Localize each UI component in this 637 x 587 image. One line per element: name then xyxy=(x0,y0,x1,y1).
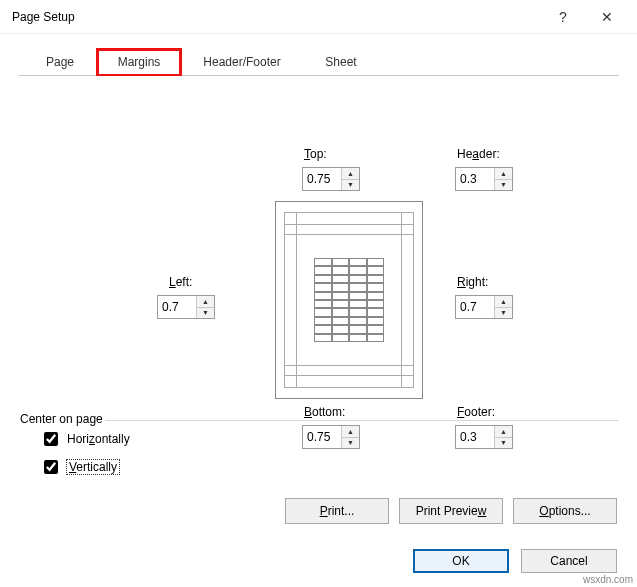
spinner-left[interactable]: ▲▼ xyxy=(157,295,215,319)
input-top[interactable] xyxy=(303,168,341,190)
checkbox-horizontally-input[interactable] xyxy=(44,432,58,446)
tab-sheet[interactable]: Sheet xyxy=(302,48,380,76)
label-right: Right: xyxy=(457,275,488,289)
spinner-left-up[interactable]: ▲ xyxy=(197,296,214,307)
center-on-page-label: Center on page xyxy=(18,412,105,426)
checkbox-horizontally-label: Horizontally xyxy=(67,432,130,446)
input-left[interactable] xyxy=(158,296,196,318)
input-right[interactable] xyxy=(456,296,494,318)
tab-margins[interactable]: Margins xyxy=(96,48,182,76)
tab-header-footer[interactable]: Header/Footer xyxy=(182,48,302,76)
spinner-right-up[interactable]: ▲ xyxy=(495,296,512,307)
spinner-right[interactable]: ▲▼ xyxy=(455,295,513,319)
label-bottom: Bottom: xyxy=(304,405,345,419)
label-top: Top: xyxy=(304,147,327,161)
dialog-footer: OK Cancel xyxy=(413,549,617,573)
label-header: Header: xyxy=(457,147,500,161)
spinner-left-down[interactable]: ▼ xyxy=(197,307,214,319)
checkbox-vertically-input[interactable] xyxy=(44,460,58,474)
ok-button[interactable]: OK xyxy=(413,549,509,573)
center-on-page-group: Center on page Horizontally Vertically xyxy=(18,420,619,480)
watermark: wsxdn.com xyxy=(583,574,633,585)
print-button[interactable]: Print... xyxy=(285,498,389,524)
label-footer: Footer: xyxy=(457,405,495,419)
checkbox-vertically[interactable]: Vertically xyxy=(40,457,619,477)
checkbox-horizontally[interactable]: Horizontally xyxy=(40,429,619,449)
close-button[interactable]: ✕ xyxy=(585,2,629,32)
input-header[interactable] xyxy=(456,168,494,190)
cancel-button[interactable]: Cancel xyxy=(521,549,617,573)
spinner-top[interactable]: ▲▼ xyxy=(302,167,360,191)
spinner-right-down[interactable]: ▼ xyxy=(495,307,512,319)
spinner-top-down[interactable]: ▼ xyxy=(342,179,359,191)
titlebar: Page Setup ? ✕ xyxy=(0,0,637,34)
action-buttons: Print... Print Preview Options... xyxy=(285,498,617,524)
spinner-header-down[interactable]: ▼ xyxy=(495,179,512,191)
page-preview xyxy=(275,201,423,399)
options-button[interactable]: Options... xyxy=(513,498,617,524)
help-button[interactable]: ? xyxy=(541,2,585,32)
spinner-top-up[interactable]: ▲ xyxy=(342,168,359,179)
tab-page[interactable]: Page xyxy=(24,48,96,76)
dialog-title: Page Setup xyxy=(12,10,541,24)
tab-strip: Page Margins Header/Footer Sheet xyxy=(18,48,619,76)
label-left: Left: xyxy=(169,275,192,289)
checkbox-vertically-label: Vertically xyxy=(67,460,119,474)
print-preview-button[interactable]: Print Preview xyxy=(399,498,503,524)
spinner-header-up[interactable]: ▲ xyxy=(495,168,512,179)
spinner-header[interactable]: ▲▼ xyxy=(455,167,513,191)
